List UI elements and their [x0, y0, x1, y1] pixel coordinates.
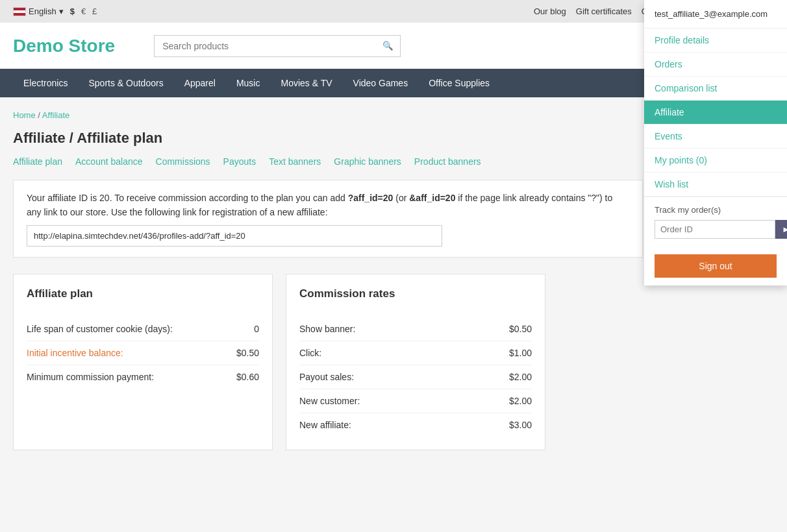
nav-item-apparel[interactable]: Apparel [174, 69, 226, 97]
language-label: English [29, 6, 56, 16]
account-email: test_affiliate_3@example.com [644, 0, 787, 29]
plan-row-2: Minimum commission payment: $0.60 [27, 365, 259, 389]
plan-row-0: Life span of customer cookie (days): 0 [27, 317, 259, 341]
rate-label-0: Show banner: [299, 324, 355, 334]
nav-item-sports[interactable]: Sports & Outdoors [78, 69, 173, 97]
breadcrumb-home[interactable]: Home [13, 110, 36, 120]
affiliate-link-input[interactable] [27, 225, 442, 247]
gift-certificates-link[interactable]: Gift certificates [576, 6, 632, 16]
plan-label-0: Life span of customer cookie (days): [27, 324, 173, 334]
info-box: Your affiliate ID is 20. To receive comm… [13, 180, 643, 258]
nav-item-electronics[interactable]: Electronics [13, 69, 78, 97]
rate-row-4: New affiliate: $3.00 [299, 413, 532, 437]
logo[interactable]: Demo Store [13, 36, 115, 56]
track-order-input-row: ► [655, 220, 777, 239]
affiliate-plan-card: Affiliate plan Life span of customer coo… [13, 274, 273, 450]
info-param2: &aff_id=20 [409, 193, 455, 203]
rate-label-2: Payout sales: [299, 372, 354, 382]
lang-dropdown-icon: ▾ [59, 6, 64, 16]
cards-row: Affiliate plan Life span of customer coo… [13, 274, 774, 450]
track-order-label: Track my order(s) [655, 205, 777, 215]
info-text-mid: (or [393, 193, 409, 203]
dropdown-orders[interactable]: Orders [644, 53, 787, 77]
rate-row-3: New customer: $2.00 [299, 389, 532, 413]
rate-row-0: Show banner: $0.50 [299, 317, 532, 341]
search-button[interactable]: 🔍 [376, 36, 400, 56]
rate-label-1: Click: [299, 348, 321, 358]
rate-label-3: New customer: [299, 396, 360, 406]
search-icon: 🔍 [382, 41, 393, 51]
track-order-section: Track my order(s) ► [644, 197, 787, 247]
subnav-affiliate-plan[interactable]: Affiliate plan [13, 156, 62, 167]
rate-row-1: Click: $1.00 [299, 341, 532, 365]
language-selector[interactable]: English ▾ [13, 6, 64, 16]
currency-usd[interactable]: $ [70, 6, 75, 16]
flag-icon [13, 7, 26, 16]
plan-label-2: Minimum commission payment: [27, 372, 154, 382]
plan-value-0: 0 [254, 324, 259, 334]
plan-row-1: Initial incentive balance: $0.50 [27, 341, 259, 365]
nav-item-video-games[interactable]: Video Games [343, 69, 419, 97]
subnav-text-banners[interactable]: Text banners [269, 156, 321, 167]
track-order-button[interactable]: ► [775, 220, 787, 239]
search-bar: 🔍 [154, 35, 401, 57]
nav-item-music[interactable]: Music [226, 69, 271, 97]
rate-value-0: $0.50 [509, 324, 532, 334]
sign-out-button[interactable]: Sign out [655, 254, 777, 278]
dropdown-events[interactable]: Events [644, 125, 787, 149]
dropdown-wish-list[interactable]: Wish list [644, 173, 787, 197]
account-dropdown-menu: test_affiliate_3@example.com Profile det… [644, 0, 787, 285]
track-order-input[interactable] [655, 220, 775, 239]
rate-value-4: $3.00 [509, 420, 532, 430]
subnav-graphic-banners[interactable]: Graphic banners [334, 156, 401, 167]
top-bar-left: English ▾ $ € £ [13, 6, 97, 16]
currency-eur[interactable]: € [81, 6, 86, 16]
dropdown-profile-details[interactable]: Profile details [644, 29, 787, 53]
logo-store: Store [69, 36, 116, 56]
plan-value-1: $0.50 [236, 348, 259, 358]
breadcrumb-current: Affiliate [42, 110, 69, 120]
plan-value-2: $0.60 [236, 372, 259, 382]
info-text-before: Your affiliate ID is 20. To receive comm… [27, 193, 348, 203]
dropdown-comparison-list[interactable]: Comparison list [644, 77, 787, 101]
subnav-product-banners[interactable]: Product banners [414, 156, 481, 167]
subnav-account-balance[interactable]: Account balance [75, 156, 143, 167]
subnav-commissions[interactable]: Commissions [156, 156, 210, 167]
our-blog-link[interactable]: Our blog [534, 6, 566, 16]
currency-gbp[interactable]: £ [92, 6, 97, 16]
info-param1: ?aff_id=20 [348, 193, 393, 203]
commission-rates-card: Commission rates Show banner: $0.50 Clic… [286, 274, 545, 450]
logo-demo: Demo [13, 36, 64, 56]
rate-label-4: New affiliate: [299, 420, 351, 430]
plan-label-1: Initial incentive balance: [27, 348, 123, 358]
rate-value-2: $2.00 [509, 372, 532, 382]
rate-value-3: $2.00 [509, 396, 532, 406]
search-input[interactable] [155, 36, 376, 56]
rate-row-2: Payout sales: $2.00 [299, 365, 532, 389]
commission-rates-title: Commission rates [299, 287, 532, 307]
subnav-payouts[interactable]: Payouts [223, 156, 256, 167]
nav-item-movies[interactable]: Movies & TV [270, 69, 342, 97]
nav-item-office-supplies[interactable]: Office Supplies [418, 69, 500, 97]
affiliate-plan-title: Affiliate plan [27, 287, 259, 307]
dropdown-affiliate[interactable]: Affiliate [644, 101, 787, 125]
dropdown-my-points[interactable]: My points (0) [644, 149, 787, 173]
rate-value-1: $1.00 [509, 348, 532, 358]
